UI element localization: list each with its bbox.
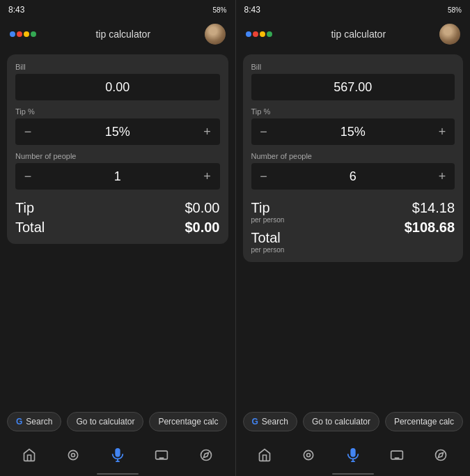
nav-compass-icon-right[interactable] (428, 443, 453, 468)
status-time-right: 8:43 (244, 5, 260, 15)
spacer-left (0, 249, 235, 406)
total-main-label-right: Total (251, 229, 285, 246)
tip-main-label-left: Tip (15, 199, 45, 216)
people-stepper-right[interactable]: − 6 + (251, 163, 455, 190)
battery-left: 58% (212, 6, 226, 14)
people-stepper-left[interactable]: − 1 + (15, 163, 220, 190)
bottom-nav-left (0, 437, 235, 473)
g-logo-search-right: G (252, 417, 258, 427)
chip-search-left[interactable]: G Search (7, 412, 61, 431)
result-values-left: $0.00 $0.00 (185, 199, 219, 236)
avatar-left (205, 24, 226, 45)
tip-result-value-right: $14.18 (412, 199, 455, 216)
tip-value-right: 15% (276, 125, 430, 139)
chip-percentage-left[interactable]: Percentage calc (149, 412, 227, 431)
svg-point-1 (72, 454, 75, 457)
google-dots-right (246, 31, 272, 37)
tip-result-row-label-right: Tip per person (251, 199, 285, 224)
nav-camera-icon-right[interactable] (296, 443, 321, 468)
svg-point-13 (304, 450, 313, 459)
nav-up-icon-right[interactable] (252, 443, 277, 468)
tip-main-label-right: Tip (251, 199, 285, 216)
left-phone-panel: 8:43 58% tip calculator Bill 0.00 Tip % … (0, 0, 235, 476)
people-label-left: Number of people (15, 152, 220, 160)
tip-stepper-right[interactable]: − 15% + (251, 118, 455, 145)
people-value-right: 6 (276, 169, 430, 184)
tip-decrease-left[interactable]: − (15, 118, 40, 145)
people-value-left: 1 (40, 169, 195, 184)
status-time-left: 8:43 (8, 5, 24, 15)
suggestions-left: G Search Go to calculator Percentage cal… (0, 406, 235, 437)
avatar-img-left (205, 24, 226, 45)
svg-point-14 (307, 454, 311, 457)
assistant-title-left: tip calculator (42, 29, 205, 40)
right-phone-panel: 8:43 58% tip calculator Bill 567.00 Tip … (235, 0, 471, 476)
dot-blue-right (246, 31, 251, 37)
assistant-header-right: tip calculator (236, 20, 471, 49)
svg-point-24 (436, 450, 446, 461)
bill-label-left: Bill (15, 63, 220, 71)
bill-input-left[interactable]: 0.00 (15, 74, 220, 100)
bill-input-right[interactable]: 567.00 (251, 74, 455, 100)
tip-result-value-left: $0.00 (185, 199, 219, 216)
home-bar-left (97, 473, 139, 475)
results-area-left: Tip Total $0.00 $0.00 (15, 197, 220, 236)
chip-calculator-label-left: Go to calculator (76, 417, 134, 427)
suggestions-right: G Search Go to calculator Percentage cal… (236, 406, 471, 437)
people-increase-left[interactable]: + (195, 163, 220, 190)
chip-calculator-label-right: Go to calculator (312, 417, 370, 427)
avatar-right (439, 24, 460, 45)
bill-value-left: 0.00 (105, 80, 130, 95)
result-labels-right: Tip per person Total per person (251, 199, 285, 254)
dot-yellow-left (24, 31, 29, 37)
dot-yellow-right (260, 31, 265, 37)
tip-decrease-right[interactable]: − (251, 118, 276, 145)
chip-search-right[interactable]: G Search (243, 412, 297, 431)
people-decrease-left[interactable]: − (15, 163, 40, 190)
result-labels-left: Tip Total (15, 199, 45, 236)
tip-stepper-left[interactable]: − 15% + (15, 118, 220, 145)
bill-label-right: Bill (251, 63, 455, 71)
chip-calculator-right[interactable]: Go to calculator (303, 412, 379, 431)
status-icons-right: 58% (448, 6, 462, 14)
tip-result-row-label-left: Tip (15, 199, 45, 216)
people-increase-right[interactable]: + (430, 163, 455, 190)
tip-value-left: 15% (40, 125, 195, 139)
results-area-right: Tip per person Total per person $14.18 $… (251, 197, 455, 254)
total-result-value-right: $108.68 (405, 219, 455, 236)
g-logo-search-left: G (16, 417, 22, 427)
chip-search-label-right: Search (262, 417, 288, 427)
nav-mic-icon-right[interactable] (340, 443, 366, 468)
total-result-value-left: $0.00 (185, 219, 219, 236)
people-decrease-right[interactable]: − (251, 163, 276, 190)
svg-point-0 (69, 450, 78, 459)
total-sub-label-right: per person (251, 246, 285, 254)
dot-blue-left (10, 31, 15, 37)
home-indicator-left (0, 473, 235, 476)
nav-up-icon-left[interactable] (17, 443, 42, 468)
dot-red-right (253, 31, 258, 37)
nav-keyboard-icon-right[interactable] (384, 443, 409, 468)
tip-increase-left[interactable]: + (195, 118, 220, 145)
dot-red-left (17, 31, 22, 37)
bottom-nav-right (236, 437, 471, 473)
svg-marker-12 (203, 452, 208, 457)
tip-increase-right[interactable]: + (430, 118, 455, 145)
battery-right: 58% (448, 6, 462, 14)
bill-value-right: 567.00 (334, 80, 372, 95)
dot-green-right (267, 31, 272, 37)
nav-camera-icon-left[interactable] (61, 443, 86, 468)
tip-label-left: Tip % (15, 107, 220, 116)
chip-percentage-label-right: Percentage calc (394, 417, 454, 427)
total-result-row-label-right: Total per person (251, 229, 285, 254)
assistant-title-right: tip calculator (278, 29, 440, 40)
nav-compass-icon-left[interactable] (194, 443, 219, 468)
chip-percentage-right[interactable]: Percentage calc (385, 412, 463, 431)
nav-keyboard-icon-left[interactable] (149, 443, 174, 468)
dot-green-left (31, 31, 36, 37)
status-bar-left: 8:43 58% (0, 0, 235, 20)
chip-calculator-left[interactable]: Go to calculator (67, 412, 143, 431)
svg-marker-25 (439, 452, 444, 457)
nav-mic-icon-left[interactable] (105, 443, 130, 468)
calc-card-right: Bill 567.00 Tip % − 15% + Number of peop… (243, 54, 464, 262)
